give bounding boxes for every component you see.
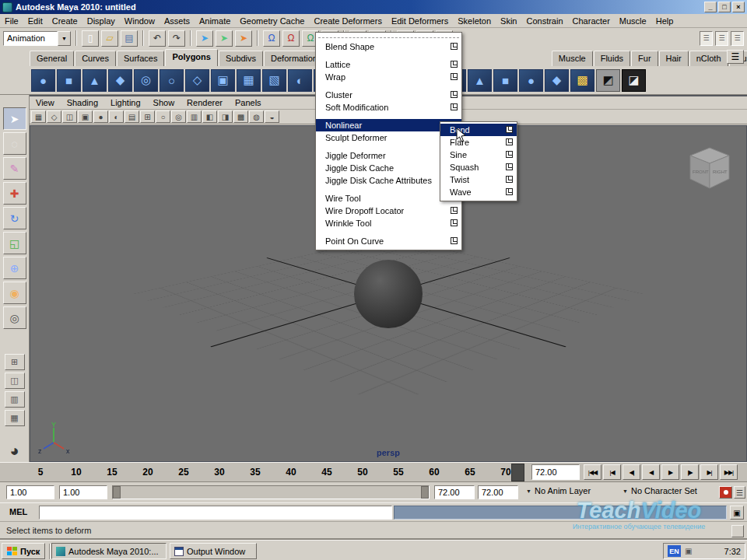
animation-start-field[interactable]: 1.00 <box>6 485 54 499</box>
menu-item-wrinkle-tool[interactable]: Wrinkle Tool <box>316 217 461 229</box>
panel-toolbar-icon[interactable]: ◧ <box>202 110 217 123</box>
menu-item-cluster[interactable]: Cluster <box>316 89 461 101</box>
maximize-button[interactable]: □ <box>718 2 731 12</box>
panel-toolbar-icon[interactable]: ◇ <box>47 110 61 123</box>
panel-toolbar-icon[interactable]: ◍ <box>249 110 264 123</box>
menu-constrain[interactable]: Constrain <box>521 14 567 27</box>
mel-input[interactable] <box>39 506 392 520</box>
submenu-item-sine[interactable]: Sine <box>440 149 517 161</box>
shelf-item[interactable]: ■ <box>57 69 81 92</box>
select-hierarchy-icon[interactable]: ➤ <box>196 30 213 47</box>
minimize-button[interactable]: _ <box>704 2 717 12</box>
shelf-item[interactable]: ◇ <box>185 69 209 92</box>
option-box-icon[interactable] <box>451 73 458 80</box>
timeline-tick[interactable]: 30 <box>214 467 224 478</box>
snap-curve-icon[interactable]: Ω <box>282 30 300 47</box>
timeline-tick[interactable]: 50 <box>357 467 367 478</box>
shelf-tab-ncloth[interactable]: nCloth <box>689 51 728 66</box>
shelf-tab-subdivs[interactable]: Subdivs <box>219 51 263 66</box>
menu-create-deformers[interactable]: Create Deformers <box>309 14 386 27</box>
shelf-tab-general[interactable]: General <box>30 51 74 66</box>
sphere-object[interactable] <box>354 260 423 328</box>
panel-toolbar-icon[interactable]: ○ <box>156 110 170 123</box>
shelf-item-axis[interactable]: ▩ <box>570 69 594 92</box>
snap-grid-icon[interactable]: Ω <box>263 30 280 47</box>
timeline-tick[interactable]: 45 <box>321 467 331 478</box>
taskbar-task-maya[interactable]: Autodesk Maya 2010:... <box>51 543 167 559</box>
tray-icon[interactable]: ▣ <box>685 547 692 555</box>
menu-window[interactable]: Window <box>120 14 160 27</box>
menu-item-point-on-curve[interactable]: Point On Curve <box>316 235 461 247</box>
menu-help[interactable]: Help <box>651 14 679 27</box>
step-back-frame-button[interactable]: |◀ <box>603 464 621 480</box>
option-box-icon[interactable] <box>506 188 513 195</box>
open-scene-icon[interactable]: ▱ <box>101 30 118 47</box>
option-box-icon[interactable] <box>506 126 513 133</box>
layout-four-pane-button[interactable]: ▦ <box>5 410 25 426</box>
shelf-item[interactable]: ● <box>31 69 55 92</box>
panel-menu-show[interactable]: Show <box>147 96 181 109</box>
shelf-item-checker-black[interactable]: ◪ <box>622 69 646 92</box>
panel-toolbar-icon[interactable]: ◨ <box>218 110 233 123</box>
auto-keyframe-toggle[interactable] <box>719 486 732 499</box>
show-manipulator-tool[interactable]: ◎ <box>3 306 26 329</box>
language-indicator[interactable]: EN <box>668 545 681 557</box>
panel-toolbar-icon[interactable]: ▥ <box>187 110 202 123</box>
shelf-item[interactable]: ▲ <box>82 69 107 92</box>
option-box-icon[interactable] <box>506 138 513 145</box>
script-editor-icon[interactable]: ▣ <box>730 506 744 520</box>
time-slider[interactable]: 5 10 15 20 25 30 35 40 45 50 55 60 65 70… <box>0 462 747 482</box>
panel-menu-shading[interactable]: Shading <box>61 96 104 109</box>
menu-animate[interactable]: Animate <box>195 14 235 27</box>
timeline-tick[interactable]: 35 <box>250 467 260 478</box>
animation-preferences-icon[interactable]: ☰ <box>734 486 745 499</box>
scale-tool[interactable]: ◱ <box>3 232 26 254</box>
taskbar-task-output-window[interactable]: Output Window <box>170 543 257 559</box>
submenu-item-wave[interactable]: Wave <box>440 186 517 198</box>
timeline-tick[interactable]: 40 <box>286 467 296 478</box>
shelf-tab-muscle[interactable]: Muscle <box>552 51 593 66</box>
shelf-item-checker-white[interactable]: ◩ <box>596 69 620 92</box>
layout-three-pane-button[interactable]: ▥ <box>5 391 25 408</box>
panel-toolbar-icon[interactable]: ◒ <box>265 110 279 123</box>
menu-character[interactable]: Character <box>568 14 615 27</box>
shelf-tab-polygons[interactable]: Polygons <box>165 49 218 66</box>
panel-toolbar-icon[interactable]: ◎ <box>171 110 186 123</box>
option-box-icon[interactable] <box>451 91 458 98</box>
timeline-tick[interactable]: 25 <box>178 467 188 478</box>
paint-select-tool[interactable]: ✎ <box>3 157 26 180</box>
shelf-tab-fur[interactable]: Fur <box>631 51 658 66</box>
panel-toolbar-icon[interactable]: ▣ <box>78 110 93 123</box>
menu-edit-deformers[interactable]: Edit Deformers <box>387 14 453 27</box>
submenu-item-twist[interactable]: Twist <box>440 173 517 186</box>
move-tool[interactable]: ✚ <box>3 182 26 205</box>
play-backwards-button[interactable]: ◀ <box>642 464 660 480</box>
panel-toolbar-icon[interactable]: ▤ <box>124 110 139 123</box>
menu-assets[interactable]: Assets <box>160 14 195 27</box>
animation-end-field[interactable]: 72.00 <box>478 485 518 499</box>
universal-manipulator-tool[interactable]: ⊕ <box>3 257 26 279</box>
new-scene-icon[interactable]: ▯ <box>82 30 99 47</box>
shelf-tab-curves[interactable]: Curves <box>75 51 116 66</box>
timeline-tick[interactable]: 20 <box>142 467 153 478</box>
menu-geometry-cache[interactable]: Geometry Cache <box>235 14 309 27</box>
playback-end-field[interactable]: 72.00 <box>434 485 475 499</box>
shelf-tab-fluids[interactable]: Fluids <box>594 51 630 66</box>
shelf-item[interactable]: ◎ <box>134 69 158 92</box>
menu-display[interactable]: Display <box>82 14 120 27</box>
panel-toolbar-icon[interactable]: ◫ <box>62 110 77 123</box>
menu-skin[interactable]: Skin <box>496 14 521 27</box>
menu-item-wire-dropoff-locator[interactable]: Wire Dropoff Locator <box>316 205 461 217</box>
option-box-icon[interactable] <box>451 207 458 214</box>
range-slider[interactable] <box>112 485 430 499</box>
redo-icon[interactable]: ↷ <box>168 30 185 47</box>
save-scene-icon[interactable]: ▤ <box>121 30 138 47</box>
menu-item-lattice[interactable]: Lattice <box>316 58 461 71</box>
shelf-item[interactable]: ▧ <box>262 69 286 92</box>
anim-layer-combo[interactable]: ▼ No Anim Layer <box>526 486 591 495</box>
current-frame-field[interactable]: 72.00 <box>531 464 580 480</box>
shelf-item[interactable]: ◆ <box>108 69 132 92</box>
shelf-item[interactable]: ● <box>519 69 543 92</box>
view-cube[interactable]: FRONT RIGHT <box>684 145 735 196</box>
timeline-tick[interactable]: 10 <box>71 467 81 478</box>
